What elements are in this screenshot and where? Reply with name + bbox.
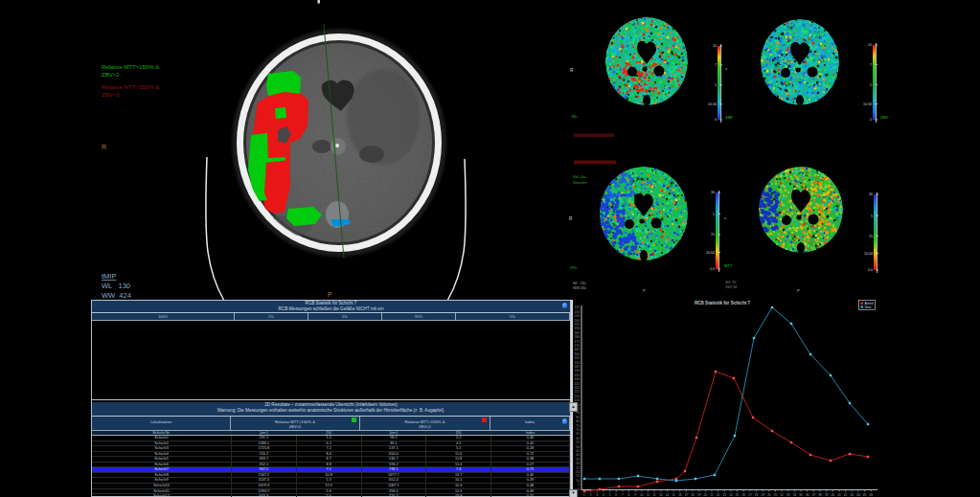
svg-text:19: 19 xyxy=(697,493,701,497)
svg-text:195: 195 xyxy=(574,323,580,327)
svg-text:Relative MTT>150% &: Relative MTT>150% & xyxy=(102,64,159,70)
svg-text:P: P xyxy=(643,288,646,293)
svg-text:170: 170 xyxy=(574,344,580,348)
svg-text:11: 11 xyxy=(647,493,650,497)
svg-text:5: 5 xyxy=(871,215,873,218)
svg-text:120: 120 xyxy=(574,386,580,390)
svg-text:40: 40 xyxy=(832,493,835,497)
svg-text:Rel. Zer.: Rel. Zer. xyxy=(573,175,586,179)
svg-text:30: 30 xyxy=(869,192,873,196)
svg-text:18: 18 xyxy=(691,493,695,497)
svg-text:MTT: MTT xyxy=(724,263,733,268)
svg-text:6: 6 xyxy=(615,493,617,497)
svg-text:30: 30 xyxy=(576,462,580,465)
svg-text:36: 36 xyxy=(806,493,809,497)
svg-text:40: 40 xyxy=(576,453,580,457)
svg-text:15: 15 xyxy=(711,233,715,237)
svg-text:33: 33 xyxy=(786,493,790,497)
svg-text:60: 60 xyxy=(576,437,580,441)
svg-text:130: 130 xyxy=(574,377,580,381)
svg-text:ZBF: ZBF xyxy=(725,115,733,120)
svg-text:0: 0 xyxy=(715,118,717,122)
svg-text:17: 17 xyxy=(685,493,689,497)
svg-text:0: 0 xyxy=(870,118,872,122)
svg-text:29: 29 xyxy=(761,493,764,497)
svg-text:16: 16 xyxy=(678,493,682,497)
svg-text:12: 12 xyxy=(652,493,656,497)
svg-text:21: 21 xyxy=(710,493,714,497)
svg-text:0.0: 0.0 xyxy=(868,268,873,272)
svg-text:5: 5 xyxy=(870,83,872,87)
svg-text:7: 7 xyxy=(870,63,872,67)
svg-text:145: 145 xyxy=(574,365,580,369)
svg-text:20: 20 xyxy=(576,470,580,474)
svg-text:27: 27 xyxy=(748,493,752,497)
svg-text:10.34: 10.34 xyxy=(863,102,872,106)
svg-text:185: 185 xyxy=(574,331,580,335)
svg-text:39: 39 xyxy=(825,493,829,497)
svg-text:215: 215 xyxy=(574,305,580,309)
svg-text:25: 25 xyxy=(576,466,580,470)
svg-text:P: P xyxy=(328,291,332,298)
svg-text:35: 35 xyxy=(576,458,580,462)
svg-text:110: 110 xyxy=(575,395,580,398)
svg-text:VPa: VPa xyxy=(570,266,578,270)
svg-text:43: 43 xyxy=(851,493,855,497)
svg-text:5: 5 xyxy=(578,483,580,486)
svg-text:50: 50 xyxy=(576,445,580,449)
svg-text:41: 41 xyxy=(837,493,841,497)
svg-text:22: 22 xyxy=(717,493,720,497)
svg-text:55: 55 xyxy=(576,441,580,444)
svg-text:205: 205 xyxy=(574,314,580,318)
svg-text:115: 115 xyxy=(575,390,580,394)
svg-text:5: 5 xyxy=(715,83,717,87)
svg-text:150: 150 xyxy=(574,361,580,365)
svg-text:70: 70 xyxy=(576,428,580,432)
svg-text:10: 10 xyxy=(576,479,580,483)
svg-text:5: 5 xyxy=(609,493,611,497)
svg-text:45: 45 xyxy=(576,449,580,453)
svg-text:65: 65 xyxy=(576,432,580,436)
svg-text:ZBV>2: ZBV>2 xyxy=(102,72,120,78)
svg-text:1: 1 xyxy=(583,493,585,497)
svg-text:200: 200 xyxy=(574,319,580,323)
svg-text:4: 4 xyxy=(603,493,604,497)
svg-text:30: 30 xyxy=(711,191,715,194)
svg-text:140: 140 xyxy=(574,369,580,373)
svg-text:9: 9 xyxy=(634,493,636,497)
svg-text:8: 8 xyxy=(628,493,630,497)
svg-text:10: 10 xyxy=(868,43,872,47)
svg-text:35: 35 xyxy=(799,493,803,497)
svg-text:10: 10 xyxy=(640,493,644,497)
svg-text:135: 135 xyxy=(574,373,580,377)
svg-text:WL 130: WL 130 xyxy=(102,282,130,290)
svg-text:75: 75 xyxy=(576,424,580,428)
svg-text:180: 180 xyxy=(574,335,580,339)
svg-text:2007 34: 2007 34 xyxy=(725,285,737,289)
svg-text:301 30: 301 30 xyxy=(725,281,736,284)
svg-text:WL 130: WL 130 xyxy=(573,282,585,285)
svg-text:10.34: 10.34 xyxy=(708,102,717,106)
svg-text:WW 424: WW 424 xyxy=(102,291,131,300)
svg-text:42: 42 xyxy=(844,493,848,497)
svg-text:32: 32 xyxy=(780,493,784,497)
svg-text:210: 210 xyxy=(574,310,580,314)
svg-text:0: 0 xyxy=(578,487,580,491)
svg-text:RCB Statistik für Schicht 7: RCB Statistik für Schicht 7 xyxy=(695,301,751,305)
svg-text:2: 2 xyxy=(590,493,592,497)
svg-text:45: 45 xyxy=(863,493,867,497)
svg-text:13: 13 xyxy=(659,493,663,497)
svg-text:26: 26 xyxy=(741,493,745,497)
svg-text:31: 31 xyxy=(774,493,778,497)
svg-text:38: 38 xyxy=(818,493,822,497)
svg-text:15: 15 xyxy=(672,493,675,497)
svg-text:s: s xyxy=(724,216,726,220)
svg-text:190: 190 xyxy=(574,327,580,330)
svg-text:15: 15 xyxy=(576,474,580,478)
svg-text:7: 7 xyxy=(715,63,717,67)
svg-text:155: 155 xyxy=(574,356,580,360)
svg-text:44: 44 xyxy=(856,493,860,497)
svg-text:R: R xyxy=(569,216,573,221)
svg-text:ZBv: ZBv xyxy=(571,115,578,119)
svg-text:Relative MTT>150% &: Relative MTT>150% & xyxy=(102,84,159,90)
